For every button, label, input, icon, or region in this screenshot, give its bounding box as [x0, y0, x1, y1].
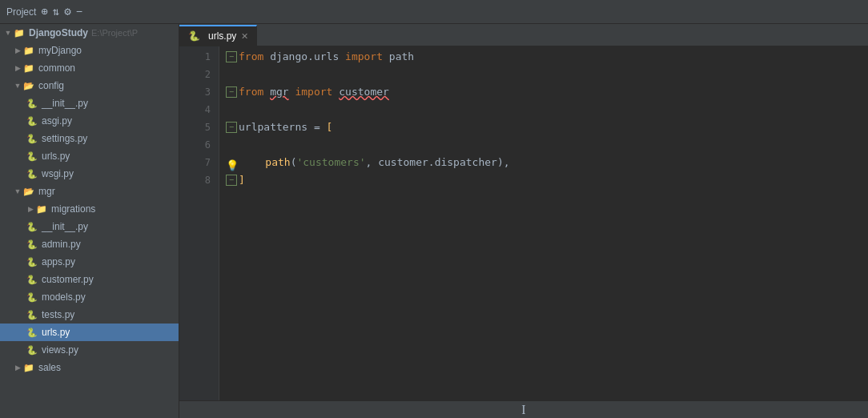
code-line-8: − ]: [219, 171, 868, 189]
tab-label: urls.py: [208, 30, 236, 42]
folder-icon: 📁: [22, 44, 35, 57]
py-tab-icon: 🐍: [187, 30, 200, 42]
sidebar-item-mgr-customer[interactable]: 🐍 customer.py: [0, 271, 179, 288]
project-title: Project: [6, 6, 36, 18]
line-num-1: 1: [179, 48, 219, 66]
status-bar: I: [179, 400, 868, 418]
code-line-7: 💡 path ( 'customers' , customer.dispatch…: [219, 154, 868, 171]
line-num-5: 5: [179, 119, 219, 136]
line-num-4: 4: [179, 101, 219, 119]
line-num-2: 2: [179, 66, 219, 83]
sidebar-item-common[interactable]: ▶ 📁 common: [0, 59, 179, 77]
sidebar-item-mgr-models[interactable]: 🐍 models.py: [0, 288, 179, 306]
py-icon: 🐍: [26, 132, 38, 145]
line-num-7: 7: [179, 154, 219, 171]
folder-icon: 📁: [22, 361, 35, 374]
code-editor[interactable]: − from django.urls import path − from: [219, 46, 868, 400]
code-line-3: − from mgr import customer: [219, 83, 868, 101]
item-label: myDjango: [38, 45, 82, 56]
folder-icon: 📁: [35, 203, 48, 215]
py-icon: 🐍: [26, 291, 38, 303]
py-icon: 🐍: [26, 308, 38, 321]
minus-icon[interactable]: −: [76, 6, 82, 18]
sidebar-item-mydjango[interactable]: ▶ 📁 myDjango: [0, 42, 179, 59]
folder-open-icon: 📂: [22, 79, 35, 92]
sidebar-item-mgr-init[interactable]: 🐍 __init__.py: [0, 218, 179, 235]
item-label: settings.py: [42, 133, 87, 144]
editor-area[interactable]: 🐍 urls.py ✕ 1 2 3 4 5 6 7 8 −: [179, 24, 868, 418]
item-label: apps.py: [42, 256, 75, 267]
cursor-indicator: I: [521, 403, 525, 417]
item-label: wsgi.py: [42, 168, 74, 179]
item-label: urls.py: [42, 327, 70, 338]
arrow-icon: ▶: [26, 205, 35, 213]
item-label: common: [38, 62, 75, 74]
code-line-1: − from django.urls import path: [219, 48, 868, 66]
item-label: models.py: [42, 291, 86, 303]
main-layout: ▼ 📁 DjangoStudy E:\Project\P ▶ 📁 myDjang…: [0, 24, 868, 418]
sidebar-item-mgr[interactable]: ▼ 📂 mgr: [0, 183, 179, 200]
item-label: __init__.py: [42, 221, 88, 232]
py-icon: 🐍: [26, 273, 38, 286]
sidebar[interactable]: ▼ 📁 DjangoStudy E:\Project\P ▶ 📁 myDjang…: [0, 24, 179, 418]
sidebar-item-root[interactable]: ▼ 📁 DjangoStudy E:\Project\P: [0, 24, 179, 42]
py-icon: 🐍: [26, 326, 38, 339]
tab-urls-py[interactable]: 🐍 urls.py ✕: [179, 25, 257, 46]
root-path: E:\Project\P: [91, 28, 138, 38]
code-line-5: − urlpatterns = [: [219, 119, 868, 136]
sidebar-item-config-init[interactable]: 🐍 __init__.py: [0, 94, 179, 112]
code-line-6: [219, 136, 868, 154]
arrow-icon: ▼: [13, 187, 22, 195]
sidebar-item-mgr-tests[interactable]: 🐍 tests.py: [0, 306, 179, 324]
tab-close-button[interactable]: ✕: [241, 31, 248, 42]
py-icon: 🐍: [26, 238, 38, 251]
sidebar-item-config-asgi[interactable]: 🐍 asgi.py: [0, 112, 179, 130]
folder-icon: 📁: [22, 62, 35, 74]
arrow-icon: ▶: [13, 64, 22, 72]
settings-icon[interactable]: ⚙: [64, 5, 70, 18]
item-label: migrations: [51, 203, 95, 215]
sidebar-item-mgr-migrations[interactable]: ▶ 📁 migrations: [0, 200, 179, 218]
item-label: config: [38, 80, 64, 91]
py-icon: 🐍: [26, 97, 38, 110]
item-label: urls.py: [42, 151, 70, 162]
add-icon[interactable]: ⊕: [41, 5, 47, 18]
py-icon: 🐍: [26, 115, 38, 127]
line-num-3: 3: [179, 83, 219, 101]
sidebar-item-config-urls[interactable]: 🐍 urls.py: [0, 147, 179, 165]
item-label: tests.py: [42, 309, 74, 320]
arrow-icon: ▼: [13, 82, 22, 90]
item-label: views.py: [42, 344, 78, 356]
py-icon: 🐍: [26, 167, 38, 180]
arrow-icon: ▼: [3, 29, 13, 37]
folder-icon: 📁: [13, 26, 26, 39]
sidebar-item-config-wsgi[interactable]: 🐍 wsgi.py: [0, 165, 179, 183]
sidebar-item-config-settings[interactable]: 🐍 settings.py: [0, 130, 179, 147]
fold-marker-3[interactable]: −: [226, 86, 237, 98]
item-label: sales: [38, 362, 61, 373]
folder-open-icon: 📂: [22, 185, 35, 198]
sidebar-item-mgr-views[interactable]: 🐍 views.py: [0, 341, 179, 359]
item-label: customer.py: [42, 274, 94, 285]
sidebar-item-config[interactable]: ▼ 📂 config: [0, 77, 179, 94]
item-label: admin.py: [42, 239, 81, 250]
collapse-icon[interactable]: ⇅: [53, 5, 59, 18]
fold-marker-5[interactable]: −: [226, 122, 237, 133]
py-icon: 🐍: [26, 220, 38, 233]
item-label: mgr: [38, 186, 55, 197]
tab-bar: 🐍 urls.py ✕: [179, 24, 868, 46]
fold-marker-1[interactable]: −: [226, 51, 237, 62]
line-num-8: 8: [179, 171, 219, 189]
sidebar-item-sales[interactable]: ▶ 📁 sales: [0, 359, 179, 376]
py-icon: 🐍: [26, 150, 38, 163]
item-label: __init__.py: [42, 98, 88, 109]
sidebar-item-mgr-apps[interactable]: 🐍 apps.py: [0, 253, 179, 271]
arrow-icon: ▶: [13, 46, 22, 54]
fold-marker-8[interactable]: −: [226, 175, 237, 186]
sidebar-item-mgr-admin[interactable]: 🐍 admin.py: [0, 235, 179, 253]
editor-content[interactable]: 1 2 3 4 5 6 7 8 − from django.urls impo: [179, 46, 868, 400]
toolbar: Project ⊕ ⇅ ⚙ −: [0, 0, 868, 24]
lightbulb-icon[interactable]: 💡: [226, 157, 237, 168]
root-label: DjangoStudy: [29, 27, 88, 38]
sidebar-item-mgr-urls[interactable]: 🐍 urls.py: [0, 324, 179, 341]
